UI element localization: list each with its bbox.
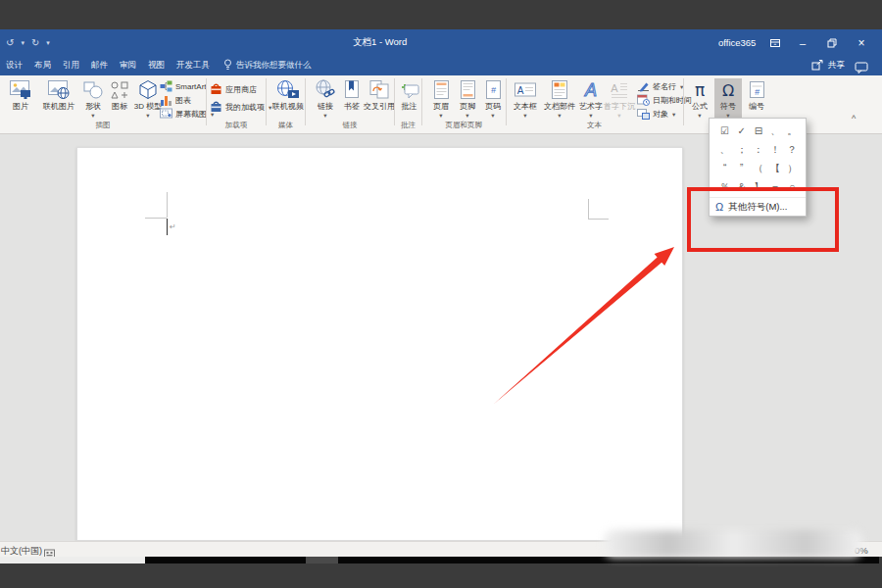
online-pictures-button[interactable]: 联机图片: [39, 78, 78, 120]
undo-icon[interactable]: ↺: [6, 37, 14, 48]
symbol-cell[interactable]: 、: [767, 122, 784, 140]
symbol-cell[interactable]: ”: [733, 159, 750, 177]
tab-developer[interactable]: 开发工具: [171, 60, 216, 72]
tab-layout[interactable]: 布局: [28, 60, 57, 72]
share-button[interactable]: 共享: [811, 56, 845, 75]
quick-parts-label: 文档部件: [544, 102, 575, 111]
shapes-button[interactable]: 形状 ▾: [80, 78, 106, 120]
group-separator: [506, 78, 507, 125]
quick-parts-button[interactable]: 文档部件 ▾: [542, 78, 577, 120]
tab-references[interactable]: 引用: [57, 60, 85, 72]
link-dropdown-icon[interactable]: ▾: [323, 112, 326, 119]
symbol-cell[interactable]: 【: [767, 159, 784, 177]
group-label-media: 媒体: [267, 121, 305, 130]
qat-customize-icon[interactable]: ▾: [46, 39, 50, 47]
text-box-button[interactable]: A 文本框 ▾: [511, 78, 540, 120]
my-addins-button[interactable]: 我的加载项 ▾: [210, 101, 271, 114]
symbol-cell[interactable]: 。: [784, 122, 801, 140]
tab-mailings[interactable]: 邮件: [85, 60, 114, 72]
smartart-label: SmartArt: [175, 82, 207, 91]
picture-button[interactable]: 图片: [4, 78, 37, 120]
3d-models-dropdown-icon[interactable]: ▾: [146, 112, 149, 119]
collapse-ribbon-icon[interactable]: ^: [852, 114, 856, 123]
group-separator: [206, 78, 207, 125]
ribbon-display-options-icon[interactable]: [764, 29, 786, 56]
online-video-label: 联机视频: [272, 102, 304, 111]
symbol-cell[interactable]: ！: [767, 140, 784, 159]
shapes-dropdown-icon[interactable]: ▾: [91, 112, 94, 119]
symbol-button[interactable]: Ω 符号 ▾: [714, 78, 742, 120]
comment-label: 批注: [402, 102, 417, 111]
page-number-dropdown-icon[interactable]: ▾: [491, 112, 494, 119]
tab-design[interactable]: 设计: [0, 60, 28, 72]
store-icon: [210, 81, 222, 99]
symbol-label: 符号: [720, 102, 736, 111]
bookmark-button[interactable]: 书签: [339, 78, 365, 120]
close-button[interactable]: ×: [851, 29, 872, 56]
equation-dropdown-icon[interactable]: ▾: [698, 112, 701, 119]
equation-pi-icon: π: [695, 78, 705, 100]
cross-reference-button[interactable]: 交叉引用: [365, 78, 394, 120]
online-video-button[interactable]: 联机视频: [270, 78, 306, 120]
icons-icon: [110, 78, 129, 100]
object-dropdown-icon[interactable]: ▾: [672, 111, 675, 119]
symbol-cell[interactable]: ⊟: [750, 122, 766, 140]
symbol-cell[interactable]: “: [716, 159, 733, 177]
symbol-cell[interactable]: ？: [784, 140, 801, 159]
icons-button[interactable]: 图标: [107, 78, 132, 120]
margin-mark-top-left-horizontal: [145, 218, 167, 219]
annotation-highlight-box: [687, 187, 839, 252]
symbol-cell[interactable]: ：: [750, 140, 766, 159]
footer-icon: [460, 78, 476, 100]
tell-me-box[interactable]: 告诉我你想要做什么: [223, 56, 312, 75]
restore-button[interactable]: [821, 29, 843, 56]
shapes-icon: [82, 78, 104, 100]
minimize-button[interactable]: –: [792, 29, 813, 56]
wordart-button[interactable]: A 艺术字 ▾: [577, 78, 605, 120]
equation-button[interactable]: π 公式 ▾: [686, 78, 713, 120]
symbol-cell[interactable]: ☑: [716, 122, 733, 140]
text-cursor: [167, 219, 168, 235]
footer-button[interactable]: 页脚 ▾: [455, 78, 480, 120]
wordart-dropdown-icon[interactable]: ▾: [589, 112, 592, 119]
my-addins-icon: [210, 99, 222, 117]
group-separator: [266, 78, 267, 125]
word-application-window: ↺ ▾ ↻ ▾ 文档1 - Word office365 – × 设计 布局 引…: [0, 0, 882, 588]
paragraph-mark-icon: ↵: [170, 222, 176, 231]
symbol-cell[interactable]: ✓: [733, 122, 750, 140]
3d-models-button[interactable]: 3D 模型 ▾: [133, 78, 163, 120]
window-title: 文档1 - Word: [353, 36, 407, 49]
tab-review[interactable]: 审阅: [114, 60, 142, 72]
drop-cap-dropdown-icon: ▾: [617, 112, 620, 119]
redo-icon[interactable]: ↻: [31, 37, 39, 48]
my-addins-label: 我的加载项: [225, 102, 265, 113]
symbol-cell[interactable]: ；: [733, 140, 750, 159]
symbol-omega-icon: Ω: [722, 78, 734, 100]
undo-dropdown-icon[interactable]: ▾: [21, 39, 24, 47]
link-button[interactable]: 链接 ▾: [312, 78, 339, 120]
account-button[interactable]: office365: [718, 37, 756, 48]
header-label: 页眉: [433, 102, 449, 111]
quick-parts-dropdown-icon[interactable]: ▾: [558, 112, 561, 119]
text-box-dropdown-icon[interactable]: ▾: [523, 112, 526, 119]
store-button[interactable]: 应用商店: [210, 83, 257, 96]
object-button[interactable]: 对象 ▾: [637, 108, 675, 121]
shapes-label: 形状: [85, 102, 101, 111]
online-pictures-label: 联机图片: [43, 102, 74, 111]
header-icon: [433, 78, 450, 100]
tab-view[interactable]: 视图: [142, 60, 171, 72]
symbol-cell[interactable]: ）: [784, 159, 801, 177]
symbol-cell[interactable]: 、: [716, 140, 733, 159]
header-button[interactable]: 页眉 ▾: [428, 78, 454, 120]
number-button[interactable]: # 编号: [743, 78, 770, 120]
symbol-cell[interactable]: （: [750, 159, 766, 177]
link-icon: [315, 78, 336, 100]
drop-cap-label: 首字下沉: [604, 102, 635, 111]
signature-line-label: 签名行: [653, 81, 676, 92]
margin-mark-top-left-vertical: [167, 192, 168, 218]
comment-button[interactable]: 批注: [396, 78, 422, 120]
page-number-button[interactable]: # 页码 ▾: [480, 78, 506, 120]
cross-reference-label: 交叉引用: [364, 102, 395, 111]
footer-dropdown-icon[interactable]: ▾: [466, 112, 468, 119]
header-dropdown-icon[interactable]: ▾: [439, 112, 442, 119]
